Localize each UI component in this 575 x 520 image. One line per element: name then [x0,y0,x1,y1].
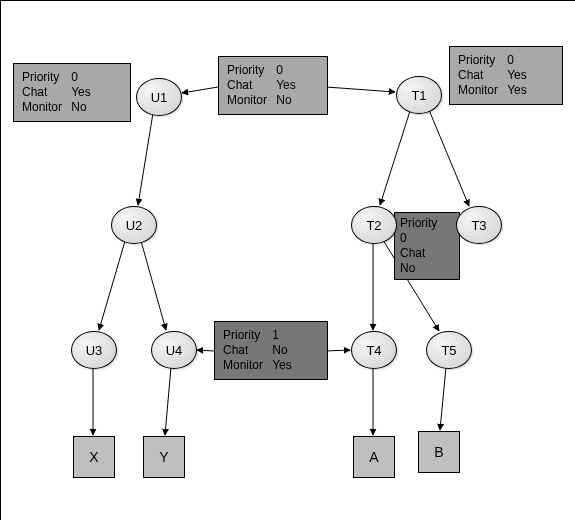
svg-line-8 [429,110,469,206]
svg-line-13 [197,350,214,351]
node-t2: T2 [351,206,397,244]
svg-line-7 [380,111,410,205]
node-t3: T3 [456,206,502,244]
diagram-canvas: Priority 0 Chat Yes Monitor No Priority … [0,0,575,520]
info-box-root: Priority 0 Chat Yes Monitor No [218,56,328,115]
node-t5: T5 [426,331,472,369]
node-u1: U1 [136,78,182,116]
svg-line-1 [326,87,395,92]
info-box-u1: Priority 0 Chat Yes Monitor No [13,63,131,122]
node-u3: U3 [71,331,117,369]
svg-line-4 [141,241,166,330]
leaf-b: B [418,431,460,473]
svg-line-2 [138,113,153,205]
svg-line-0 [182,87,218,93]
svg-line-3 [99,241,125,330]
svg-line-14 [326,350,350,351]
node-u4: U4 [151,331,197,369]
node-u2: U2 [111,206,157,244]
node-t1: T1 [396,76,442,114]
leaf-a: A [353,436,395,478]
leaf-x: X [73,436,115,478]
svg-line-12 [440,367,446,430]
svg-line-6 [165,367,171,435]
leaf-y: Y [143,436,185,478]
info-box-mid: Priority 1 Chat No Monitor Yes [214,321,328,380]
info-box-t2: Priority 0 Chat No [394,212,460,280]
info-box-t1: Priority 0 Chat Yes Monitor Yes [449,46,563,105]
node-t4: T4 [351,331,397,369]
